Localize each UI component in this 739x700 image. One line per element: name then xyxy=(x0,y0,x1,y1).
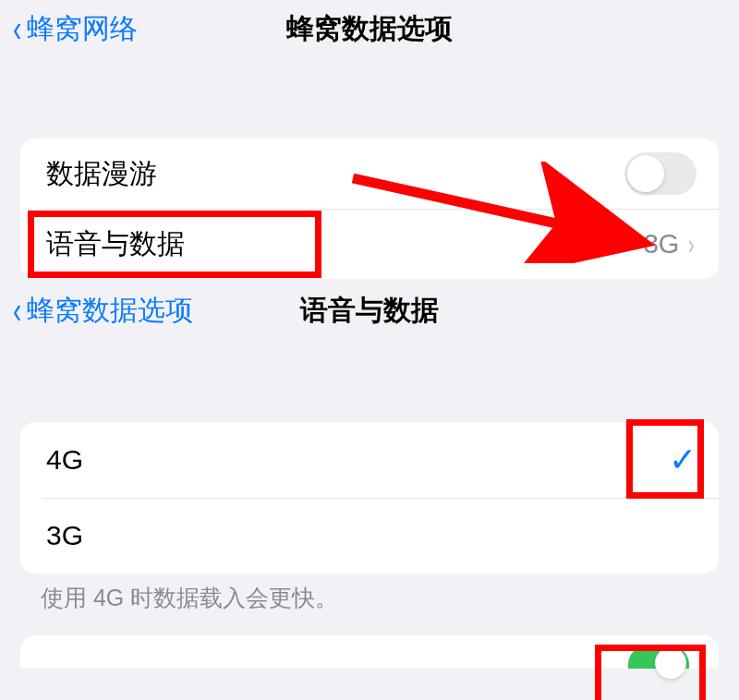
voice-and-data-row[interactable]: 语音与数据 3G › xyxy=(20,209,719,279)
data-roaming-row[interactable]: 数据漫游 xyxy=(20,139,719,209)
settings-list-1: 数据漫游 语音与数据 3G › xyxy=(20,139,719,279)
next-list-preview xyxy=(20,635,719,669)
toggle-knob-icon xyxy=(627,155,664,192)
options-list: 4G ✓ 3G xyxy=(20,422,719,573)
footer-note: 使用 4G 时数据载入会更快。 xyxy=(0,573,739,613)
chevron-left-icon: ‹ xyxy=(13,10,21,47)
checkmark-icon: ✓ xyxy=(669,441,697,479)
voice-and-data-screen: ‹ 蜂窝数据选项 语音与数据 4G ✓ 3G 使用 4G 时数据载入会更快。 xyxy=(0,282,739,700)
volte-toggle-partial[interactable] xyxy=(628,645,689,669)
toggle-knob-icon xyxy=(655,647,686,679)
chevron-right-icon: › xyxy=(688,227,695,261)
option-4g-row[interactable]: 4G ✓ xyxy=(20,422,719,498)
chevron-left-icon: ‹ xyxy=(13,292,21,329)
option-3g-row[interactable]: 3G xyxy=(20,498,719,573)
back-button-2[interactable]: ‹ 蜂窝数据选项 xyxy=(11,292,193,330)
voice-data-label: 语音与数据 xyxy=(46,225,185,263)
roaming-label: 数据漫游 xyxy=(46,155,157,193)
back-label-1: 蜂窝网络 xyxy=(27,10,138,48)
option-3g-label: 3G xyxy=(46,520,83,551)
spacer-2 xyxy=(0,346,739,422)
spacer-1 xyxy=(0,65,739,139)
roaming-toggle[interactable] xyxy=(624,152,697,195)
nav-bar-1: ‹ 蜂窝网络 蜂窝数据选项 xyxy=(0,0,739,65)
back-button-1[interactable]: ‹ 蜂窝网络 xyxy=(11,10,138,48)
page-title-1: 蜂窝数据选项 xyxy=(286,10,453,48)
page-title-2: 语音与数据 xyxy=(300,292,439,330)
nav-bar-2: ‹ 蜂窝数据选项 语音与数据 xyxy=(0,282,739,346)
row-right-group: 3G › xyxy=(644,227,697,261)
voice-data-value: 3G xyxy=(644,229,680,259)
cellular-data-options-screen: ‹ 蜂窝网络 蜂窝数据选项 数据漫游 语音与数据 3G › xyxy=(0,0,739,282)
back-label-2: 蜂窝数据选项 xyxy=(27,292,193,330)
option-4g-label: 4G xyxy=(46,444,83,476)
